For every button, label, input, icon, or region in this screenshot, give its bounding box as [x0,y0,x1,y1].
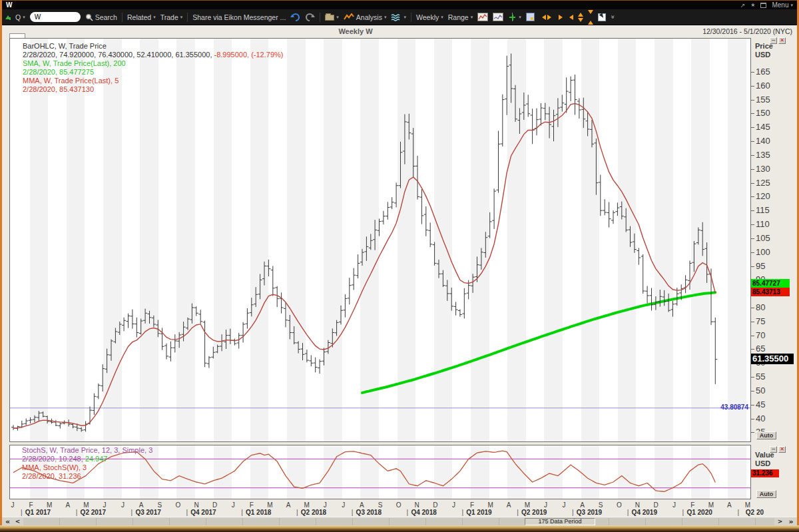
quarter-label: Q2 2017 [70,509,117,516]
month-label: O [615,501,624,509]
price-tick-label: 145 [756,122,770,132]
price-tick-label: 155 [756,95,770,105]
month-label: J [320,501,330,509]
sma200-line[interactable] [362,292,715,393]
month-label: M [302,501,312,509]
price-tick-label: 75 [756,316,765,326]
select-area-button[interactable] [598,13,606,21]
data-period-label: 175 Data Period [525,518,595,525]
month-label: M [523,501,532,509]
chart-thumbnail-icon [493,13,503,21]
popout-icon[interactable]: ↗ [740,2,746,9]
chart-thumbnail-icon [477,13,488,21]
sma-price-tag: 85.47727 [751,279,790,288]
month-label: S [376,501,385,509]
price-tick-label: 40 [756,413,765,423]
quarter-label: Q2 2019 [511,509,557,516]
undo-button[interactable] [290,13,300,21]
chevron-down-icon: ▾ [153,15,156,20]
chart-type-button[interactable] [477,13,488,21]
title-bar-controls: ↗ ★ Menu ▾ [740,1,793,9]
chevron-double-icon: » [609,15,616,19]
favorite-icon[interactable]: ★ [750,2,755,8]
chart-layout-button[interactable] [493,13,503,21]
expand-vertical-icon [578,10,583,17]
toolbar-separator [411,13,411,22]
analysis-label: Analysis [356,13,382,21]
chevron-down-icon: ▾ [441,15,443,20]
price-tick-mark [751,72,754,73]
expand-horizontal-button[interactable] [539,15,554,20]
month-label: D [431,501,440,509]
axis-scale-icon [508,13,517,21]
price-tick-mark [751,419,754,419]
price-tick-label: 150 [756,108,770,118]
trade-dropdown[interactable]: Trade ▾ [160,13,183,21]
quarter-label: Q3 2017 [125,509,172,516]
price-tick-mark [751,349,754,350]
related-dropdown[interactable]: Related ▾ [127,13,156,21]
month-label: M [265,501,274,509]
price-chart-svg[interactable] [10,39,750,441]
scroll-far-left-button[interactable]: « [3,518,13,525]
expand-vertical-button[interactable] [578,10,583,25]
menu-label: Menu [772,1,788,9]
chevron-down-icon: ▾ [384,15,387,20]
redo-button[interactable] [305,13,315,21]
scroll-right-button[interactable]: > [776,518,784,525]
wave-style-dropdown[interactable]: ▾ [391,13,406,21]
annotation-button[interactable] [526,13,535,21]
toolbar-separator [187,13,188,22]
analysis-zigzag-icon [344,13,354,21]
scroll-left-button[interactable]: < [13,518,22,525]
month-label: M [706,501,716,509]
close-pane-icon[interactable]: ✕ [778,446,786,453]
mma5-line[interactable] [13,104,715,429]
price-tick-mark [751,196,754,197]
mma-price-tag: 85.43713 [751,288,790,296]
axis-scale-dropdown[interactable]: ▾ [508,13,521,21]
application-window: W ↗ ★ Menu ▾ Q ▾ Search [0,0,799,532]
toolbar-overflow-button[interactable]: » [611,13,615,21]
stoch-chart-svg[interactable] [10,445,750,499]
price-pane[interactable]: BarOHLC, W, Trade Price2/28/2020, 74.920… [9,38,751,442]
month-label: J [670,501,679,509]
select-area-icon [598,13,606,21]
window-restore-icon[interactable] [760,3,766,8]
symbol-input[interactable] [30,12,81,22]
quarter-label: Q1 2017 [15,509,61,516]
price-tick-label: 95 [756,261,765,271]
toolbar-separator [122,13,123,22]
month-label: F [27,501,36,509]
interval-dropdown[interactable]: Weekly ▾ [416,13,443,21]
price-axis-auto-button[interactable]: Auto [756,431,776,439]
share-messenger-button[interactable]: Share via Eikon Messenger ... [192,13,286,21]
month-label: O [394,501,403,509]
analysis-dropdown[interactable]: Analysis ▾ [344,13,387,21]
range-dropdown[interactable]: Range ▾ [448,13,473,21]
quarter-label: Q4 2018 [401,509,447,516]
stoch-pane[interactable]: StochS, W, Trade Price, 12, 3, Simple, 3… [9,445,751,499]
stoch-line[interactable] [13,451,715,491]
scroll-up-button[interactable] [5,15,11,20]
price-tick-label: 160 [756,81,770,91]
stoch-axis-auto-button[interactable]: Auto [756,490,776,498]
quote-lookup-button[interactable]: Q ▾ [15,13,25,21]
scroll-far-right-button[interactable]: » [786,518,796,525]
price-tick-mark [751,100,754,101]
price-tick-label: 50 [756,386,765,396]
menu-button[interactable]: Menu ▾ [772,1,793,9]
time-scrollbar[interactable]: « < 175 Data Period > » [2,517,797,525]
ohlc-bars[interactable] [11,54,717,432]
price-tick-mark [751,113,754,114]
price-tick-mark [751,183,754,184]
date-range-label: 12/30/2016 - 5/1/2020 (NYC) [702,27,792,35]
scrollbar-track[interactable] [23,518,774,525]
search-button[interactable]: Search [85,13,117,21]
close-pane-icon[interactable]: ✕ [778,37,786,44]
price-tick-label: 130 [756,164,770,174]
compress-horizontal-button[interactable] [559,15,573,20]
open-folder-dropdown[interactable]: ▾ [325,13,339,21]
hourglass-button[interactable] [588,10,593,25]
month-label: F [467,501,477,509]
